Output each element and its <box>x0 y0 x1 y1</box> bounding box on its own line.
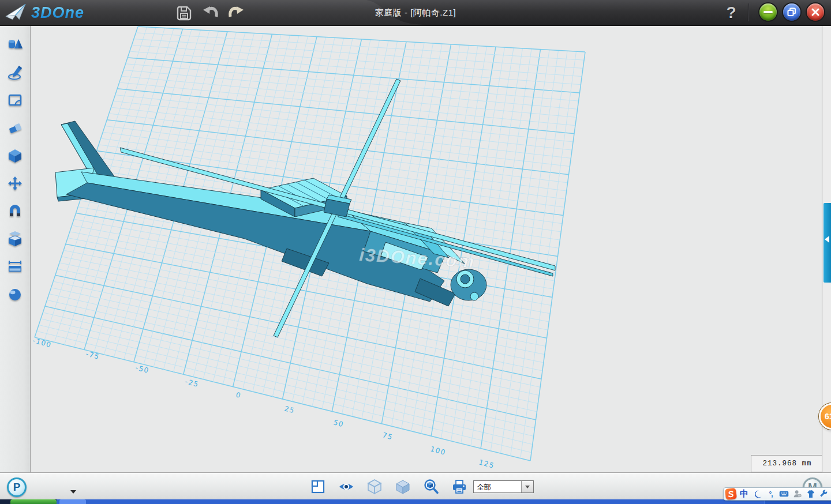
dropdown-arrow-button[interactable] <box>521 481 533 492</box>
titlebar-divider <box>748 3 748 21</box>
chevron-down-icon <box>525 486 530 488</box>
app-name: 3DOne <box>31 4 84 22</box>
grid-label: 0 <box>235 390 242 400</box>
ime-profile-icon[interactable] <box>792 488 803 499</box>
save-button[interactable] <box>175 4 193 22</box>
undo-button[interactable] <box>202 4 220 22</box>
minimize-button[interactable] <box>759 3 777 21</box>
notification-count: 61 <box>825 412 831 421</box>
display-filter-select[interactable]: 全部 <box>473 480 534 493</box>
paper-plane-icon <box>5 3 28 22</box>
grid-label: 25 <box>283 404 295 415</box>
grid-label: -75 <box>85 349 100 361</box>
sidebar-item-feature-modeling[interactable] <box>0 142 30 170</box>
window-title: 家庭版 - [阿帕奇.Z1] <box>231 7 600 18</box>
magnet-icon <box>7 203 23 219</box>
wireframe-view-button[interactable] <box>366 478 383 495</box>
quick-menu-caret[interactable] <box>70 490 76 494</box>
taskbar-app-edge[interactable] <box>59 499 86 504</box>
zoom-button[interactable] <box>422 478 440 495</box>
grid-label: 50 <box>332 418 345 428</box>
sidebar-item-special-feature[interactable] <box>0 225 30 253</box>
sidebar-item-material-render[interactable] <box>0 280 30 308</box>
eraser-icon <box>7 120 23 136</box>
sidebar-item-sketch[interactable] <box>0 59 30 86</box>
start-button-edge[interactable] <box>10 499 57 504</box>
viewport-canvas[interactable]: -100 -75 -50 -25 0 25 50 75 100 125 <box>0 0 831 504</box>
display-filter-value: 全部 <box>474 481 521 492</box>
grid-label: 125 <box>478 458 495 470</box>
help-button[interactable]: ? <box>723 1 740 23</box>
title-bar: 3DOne 家庭版 - [阿帕奇.Z1] ? <box>0 0 831 26</box>
print-button[interactable] <box>451 478 468 495</box>
box-with-lid-icon <box>7 231 23 247</box>
nose-turret-core <box>461 274 470 284</box>
dimension-readout: 213.968 mm <box>751 455 823 472</box>
view-layout-button[interactable] <box>309 478 327 495</box>
nose-sensor <box>470 292 478 300</box>
restore-icon <box>787 7 796 17</box>
grid-label: -25 <box>184 377 200 389</box>
sidebar-item-move[interactable] <box>0 170 30 197</box>
close-button[interactable] <box>807 3 824 21</box>
primitive-solids-icon <box>7 37 23 53</box>
collapsed-panel-tab[interactable] <box>823 203 831 283</box>
restore-button[interactable] <box>783 3 800 21</box>
sketch-plane-icon <box>7 92 23 108</box>
ime-keyboard-icon[interactable] <box>778 488 789 499</box>
sidebar-item-primitive-solids[interactable] <box>0 31 30 59</box>
shaded-view-button[interactable] <box>394 478 411 495</box>
chevron-left-icon <box>825 236 829 243</box>
sidebar-item-sketch-plane[interactable] <box>0 86 30 114</box>
visibility-eye-button[interactable] <box>338 478 355 495</box>
quick-menu-badge-left[interactable]: P <box>7 477 27 497</box>
sketch-pen-icon <box>7 65 23 81</box>
os-taskbar-edge[interactable] <box>0 499 831 504</box>
ime-language-toggle[interactable]: 中 <box>739 488 750 499</box>
view-toolbar: 全部 <box>0 472 831 500</box>
ime-fullhalf-moon-icon[interactable] <box>752 488 763 499</box>
feature-cube-icon <box>7 148 23 164</box>
grid-label: 100 <box>429 445 447 457</box>
app-logo: 3DOne <box>5 3 84 22</box>
ime-skin-tshirt-icon[interactable] <box>805 488 816 499</box>
ime-settings-wrench-icon[interactable] <box>818 488 829 499</box>
ime-brand-logo[interactable]: S <box>725 488 737 500</box>
grid-label: 75 <box>381 431 394 441</box>
close-icon <box>811 7 820 17</box>
move-arrows-icon <box>7 175 23 191</box>
grid-label: -100 <box>32 336 53 349</box>
sidebar-item-assembly-magnet[interactable] <box>0 197 30 225</box>
measure-icon <box>7 258 23 274</box>
taskbar-strip <box>57 499 831 504</box>
ime-toolbar: S 中 °, <box>723 487 831 501</box>
tool-sidebar <box>0 25 31 472</box>
ime-punctuation-toggle[interactable]: °, <box>765 488 776 499</box>
material-sphere-icon <box>7 286 23 302</box>
sidebar-item-sketch-edit-eraser[interactable] <box>0 114 30 142</box>
sidebar-item-measure[interactable] <box>0 253 30 280</box>
